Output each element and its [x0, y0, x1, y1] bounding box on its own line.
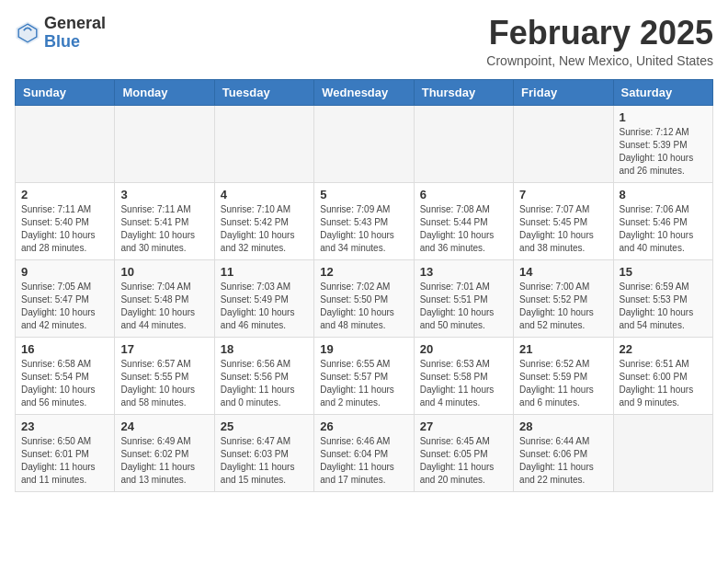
- day-number: 19: [320, 342, 407, 356]
- calendar-cell: 8Sunrise: 7:06 AM Sunset: 5:46 PM Daylig…: [613, 182, 712, 259]
- calendar-cell: 24Sunrise: 6:49 AM Sunset: 6:02 PM Dayli…: [115, 414, 214, 491]
- calendar-cell: 14Sunrise: 7:00 AM Sunset: 5:52 PM Dayli…: [514, 259, 613, 337]
- calendar-week-row: 16Sunrise: 6:58 AM Sunset: 5:54 PM Dayli…: [16, 337, 713, 414]
- day-number: 25: [221, 419, 308, 433]
- day-number: 27: [420, 419, 507, 433]
- title-area: February 2025 Crownpoint, New Mexico, Un…: [486, 15, 713, 68]
- month-title: February 2025: [486, 15, 713, 52]
- day-info: Sunrise: 7:01 AM Sunset: 5:51 PM Dayligh…: [420, 281, 507, 332]
- day-number: 22: [620, 342, 707, 356]
- calendar-cell: 7Sunrise: 7:07 AM Sunset: 5:45 PM Daylig…: [514, 182, 613, 259]
- calendar-cell: 13Sunrise: 7:01 AM Sunset: 5:51 PM Dayli…: [414, 259, 513, 337]
- calendar-cell: 4Sunrise: 7:10 AM Sunset: 5:42 PM Daylig…: [214, 182, 313, 259]
- day-info: Sunrise: 6:53 AM Sunset: 5:58 PM Dayligh…: [420, 358, 507, 409]
- weekday-header: Monday: [115, 79, 214, 105]
- calendar-cell: 6Sunrise: 7:08 AM Sunset: 5:44 PM Daylig…: [414, 182, 513, 259]
- day-info: Sunrise: 6:57 AM Sunset: 5:55 PM Dayligh…: [120, 358, 208, 409]
- calendar-cell: 27Sunrise: 6:45 AM Sunset: 6:05 PM Dayli…: [414, 414, 513, 491]
- weekday-header: Friday: [514, 79, 613, 105]
- day-info: Sunrise: 6:50 AM Sunset: 6:01 PM Dayligh…: [21, 435, 108, 487]
- calendar-cell: 11Sunrise: 7:03 AM Sunset: 5:49 PM Dayli…: [214, 259, 313, 337]
- day-number: 7: [519, 188, 607, 201]
- day-info: Sunrise: 7:04 AM Sunset: 5:48 PM Dayligh…: [120, 281, 208, 332]
- day-info: Sunrise: 7:00 AM Sunset: 5:52 PM Dayligh…: [519, 281, 607, 332]
- day-number: 23: [21, 419, 108, 433]
- day-info: Sunrise: 6:44 AM Sunset: 6:06 PM Dayligh…: [519, 435, 607, 487]
- day-number: 15: [620, 265, 707, 279]
- calendar-week-row: 1Sunrise: 7:12 AM Sunset: 5:39 PM Daylig…: [16, 105, 713, 182]
- weekday-header: Thursday: [414, 79, 513, 105]
- svg-marker-0: [16, 21, 39, 44]
- calendar-cell: [314, 105, 414, 182]
- day-info: Sunrise: 7:11 AM Sunset: 5:41 PM Dayligh…: [120, 203, 208, 255]
- day-number: 1: [620, 110, 707, 124]
- day-number: 26: [320, 419, 407, 433]
- calendar-cell: 10Sunrise: 7:04 AM Sunset: 5:48 PM Dayli…: [115, 259, 214, 337]
- calendar-header: SundayMondayTuesdayWednesdayThursdayFrid…: [16, 79, 713, 105]
- calendar-cell: 5Sunrise: 7:09 AM Sunset: 5:43 PM Daylig…: [314, 182, 414, 259]
- location: Crownpoint, New Mexico, United States: [486, 53, 713, 68]
- calendar-cell: 22Sunrise: 6:51 AM Sunset: 6:00 PM Dayli…: [613, 337, 712, 414]
- logo-general: General: [44, 14, 106, 32]
- day-number: 28: [519, 419, 607, 433]
- header-row: SundayMondayTuesdayWednesdayThursdayFrid…: [16, 79, 713, 105]
- day-number: 20: [420, 342, 507, 356]
- calendar-cell: 19Sunrise: 6:55 AM Sunset: 5:57 PM Dayli…: [314, 337, 414, 414]
- day-number: 5: [320, 188, 407, 201]
- calendar-cell: [115, 105, 214, 182]
- calendar-cell: 9Sunrise: 7:05 AM Sunset: 5:47 PM Daylig…: [16, 259, 115, 337]
- day-number: 9: [21, 265, 108, 279]
- calendar-week-row: 2Sunrise: 7:11 AM Sunset: 5:40 PM Daylig…: [16, 182, 713, 259]
- day-info: Sunrise: 7:05 AM Sunset: 5:47 PM Dayligh…: [21, 281, 108, 332]
- day-info: Sunrise: 6:49 AM Sunset: 6:02 PM Dayligh…: [120, 435, 208, 487]
- calendar-cell: 2Sunrise: 7:11 AM Sunset: 5:40 PM Daylig…: [16, 182, 115, 259]
- day-info: Sunrise: 6:55 AM Sunset: 5:57 PM Dayligh…: [320, 358, 407, 409]
- day-info: Sunrise: 7:09 AM Sunset: 5:43 PM Dayligh…: [320, 203, 407, 255]
- day-number: 18: [221, 342, 308, 356]
- weekday-header: Sunday: [16, 79, 115, 105]
- day-number: 16: [21, 342, 108, 356]
- calendar: SundayMondayTuesdayWednesdayThursdayFrid…: [15, 79, 713, 492]
- day-number: 12: [320, 265, 407, 279]
- logo: General Blue: [15, 15, 106, 52]
- day-number: 6: [420, 188, 507, 201]
- day-info: Sunrise: 7:08 AM Sunset: 5:44 PM Dayligh…: [420, 203, 507, 255]
- day-number: 8: [620, 188, 707, 201]
- day-number: 4: [221, 188, 308, 201]
- calendar-cell: 20Sunrise: 6:53 AM Sunset: 5:58 PM Dayli…: [414, 337, 513, 414]
- calendar-cell: 15Sunrise: 6:59 AM Sunset: 5:53 PM Dayli…: [613, 259, 712, 337]
- day-info: Sunrise: 7:06 AM Sunset: 5:46 PM Dayligh…: [620, 203, 707, 255]
- day-number: 17: [120, 342, 208, 356]
- day-number: 11: [221, 265, 308, 279]
- calendar-cell: 17Sunrise: 6:57 AM Sunset: 5:55 PM Dayli…: [115, 337, 214, 414]
- calendar-cell: 28Sunrise: 6:44 AM Sunset: 6:06 PM Dayli…: [514, 414, 613, 491]
- day-info: Sunrise: 7:03 AM Sunset: 5:49 PM Dayligh…: [221, 281, 308, 332]
- calendar-cell: [16, 105, 115, 182]
- weekday-header: Wednesday: [314, 79, 414, 105]
- day-number: 21: [519, 342, 607, 356]
- day-info: Sunrise: 7:07 AM Sunset: 5:45 PM Dayligh…: [519, 203, 607, 255]
- calendar-cell: 1Sunrise: 7:12 AM Sunset: 5:39 PM Daylig…: [613, 105, 712, 182]
- day-info: Sunrise: 7:02 AM Sunset: 5:50 PM Dayligh…: [320, 281, 407, 332]
- calendar-cell: 21Sunrise: 6:52 AM Sunset: 5:59 PM Dayli…: [514, 337, 613, 414]
- day-info: Sunrise: 6:46 AM Sunset: 6:04 PM Dayligh…: [320, 435, 407, 487]
- weekday-header: Saturday: [613, 79, 712, 105]
- calendar-cell: [414, 105, 513, 182]
- logo-blue: Blue: [44, 32, 80, 51]
- calendar-cell: 26Sunrise: 6:46 AM Sunset: 6:04 PM Dayli…: [314, 414, 414, 491]
- day-info: Sunrise: 6:52 AM Sunset: 5:59 PM Dayligh…: [519, 358, 607, 409]
- calendar-cell: 12Sunrise: 7:02 AM Sunset: 5:50 PM Dayli…: [314, 259, 414, 337]
- day-info: Sunrise: 6:59 AM Sunset: 5:53 PM Dayligh…: [620, 281, 707, 332]
- weekday-header: Tuesday: [214, 79, 313, 105]
- day-info: Sunrise: 6:58 AM Sunset: 5:54 PM Dayligh…: [21, 358, 108, 409]
- day-info: Sunrise: 7:11 AM Sunset: 5:40 PM Dayligh…: [21, 203, 108, 255]
- calendar-body: 1Sunrise: 7:12 AM Sunset: 5:39 PM Daylig…: [16, 105, 713, 491]
- day-info: Sunrise: 6:51 AM Sunset: 6:00 PM Dayligh…: [620, 358, 707, 409]
- calendar-cell: 23Sunrise: 6:50 AM Sunset: 6:01 PM Dayli…: [16, 414, 115, 491]
- calendar-cell: 18Sunrise: 6:56 AM Sunset: 5:56 PM Dayli…: [214, 337, 313, 414]
- day-number: 13: [420, 265, 507, 279]
- calendar-cell: 25Sunrise: 6:47 AM Sunset: 6:03 PM Dayli…: [214, 414, 313, 491]
- day-number: 14: [519, 265, 607, 279]
- calendar-cell: [613, 414, 712, 491]
- day-number: 3: [120, 188, 208, 201]
